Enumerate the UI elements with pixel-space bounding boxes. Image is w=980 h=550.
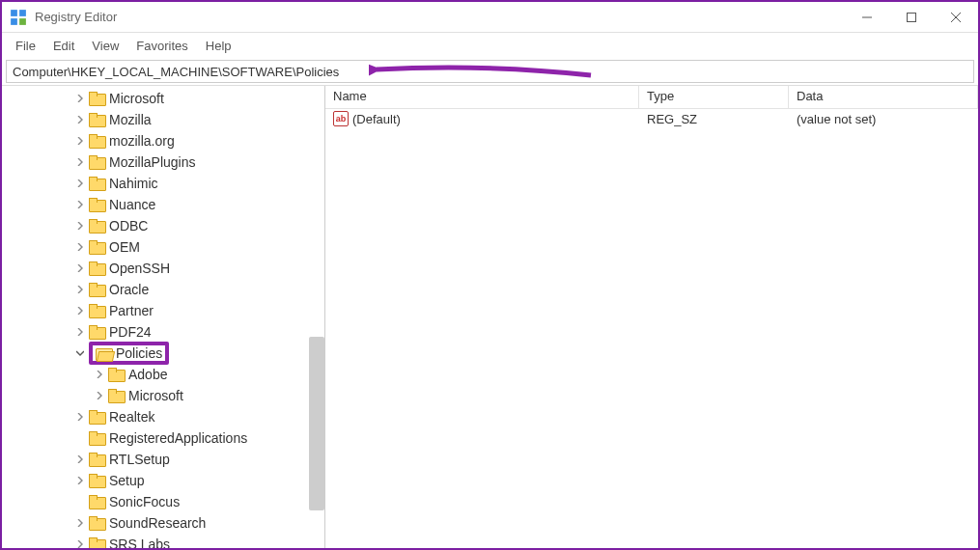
chevron-right-icon[interactable]: [73, 537, 87, 548]
tree-item[interactable]: PDF24: [6, 321, 324, 343]
chevron-right-icon[interactable]: [73, 325, 87, 339]
close-button[interactable]: [934, 2, 978, 33]
folder-icon: [89, 113, 104, 126]
tree-item-label: PDF24: [109, 324, 152, 340]
chevron-right-icon[interactable]: [73, 198, 87, 211]
tree-item-label: OpenSSH: [109, 261, 170, 276]
menu-file[interactable]: File: [8, 36, 43, 56]
tree-item[interactable]: Setup: [6, 470, 324, 491]
tree-item[interactable]: SRS Labs: [6, 534, 324, 548]
chevron-right-icon[interactable]: [73, 410, 87, 424]
folder-icon: [108, 389, 124, 402]
chevron-right-icon[interactable]: [93, 368, 106, 381]
tree-item-label: Policies: [116, 345, 162, 361]
scrollbar-thumb[interactable]: [309, 337, 324, 510]
folder-icon: [89, 283, 104, 296]
chevron-right-icon[interactable]: [73, 474, 87, 487]
minimize-button[interactable]: [845, 2, 889, 33]
titlebar: Registry Editor: [2, 2, 978, 33]
tree-item-label: Microsoft: [128, 388, 183, 403]
menu-favorites[interactable]: Favorites: [128, 36, 195, 56]
menu-edit[interactable]: Edit: [45, 36, 82, 56]
folder-icon: [89, 410, 104, 424]
column-headers: Name Type Data: [325, 86, 978, 109]
tree-item-label: Oracle: [109, 282, 149, 297]
tree-item-label: Partner: [109, 303, 154, 318]
svg-rect-3: [19, 18, 26, 25]
content-area: MicrosoftMozillamozilla.orgMozillaPlugin…: [2, 85, 978, 548]
chevron-right-icon[interactable]: [73, 453, 87, 466]
tree-item-label: OEM: [109, 239, 140, 255]
address-path: Computer\HKEY_LOCAL_MACHINE\SOFTWARE\Pol…: [13, 65, 339, 79]
maximize-button[interactable]: [889, 2, 934, 33]
svg-rect-0: [11, 10, 17, 16]
chevron-right-icon[interactable]: [73, 261, 87, 275]
annotation-highlight: Policies: [89, 342, 169, 365]
tree-item-label: RegisteredApplications: [109, 430, 247, 446]
folder-icon: [89, 198, 104, 211]
expander-empty: [73, 431, 87, 445]
folder-icon: [108, 368, 124, 381]
folder-icon: [89, 431, 104, 445]
menubar: File Edit View Favorites Help: [2, 33, 978, 58]
chevron-right-icon[interactable]: [73, 134, 87, 148]
tree-item[interactable]: SoundResearch: [6, 512, 324, 534]
chevron-right-icon[interactable]: [73, 283, 87, 296]
tree-item[interactable]: MozillaPlugins: [6, 151, 324, 173]
tree-item-label: SonicFocus: [109, 494, 180, 509]
column-header-type[interactable]: Type: [639, 86, 789, 108]
tree-item[interactable]: Nahimic: [6, 173, 324, 194]
tree-item[interactable]: OpenSSH: [6, 258, 324, 279]
tree-item[interactable]: Partner: [6, 300, 324, 321]
chevron-right-icon[interactable]: [93, 389, 106, 402]
tree-item[interactable]: RTLSetup: [6, 449, 324, 470]
window-title: Registry Editor: [35, 10, 845, 24]
tree-item[interactable]: Nuance: [6, 194, 324, 215]
tree-item[interactable]: Adobe: [6, 364, 324, 385]
chevron-right-icon[interactable]: [73, 516, 87, 530]
tree-item[interactable]: Realtek: [6, 406, 324, 427]
tree-item[interactable]: OEM: [6, 236, 324, 258]
tree-pane[interactable]: MicrosoftMozillamozilla.orgMozillaPlugin…: [2, 86, 325, 548]
column-header-data[interactable]: Data: [789, 86, 978, 108]
tree-item[interactable]: ODBC: [6, 215, 324, 236]
svg-rect-5: [908, 13, 916, 21]
chevron-right-icon[interactable]: [73, 240, 87, 254]
tree-item-label: Microsoft: [109, 91, 164, 106]
regedit-icon: [10, 9, 27, 26]
column-header-name[interactable]: Name: [325, 86, 639, 108]
chevron-right-icon[interactable]: [73, 155, 87, 169]
folder-icon: [89, 240, 104, 254]
folder-icon: [96, 346, 111, 360]
tree-item-label: Realtek: [109, 409, 154, 425]
address-bar[interactable]: Computer\HKEY_LOCAL_MACHINE\SOFTWARE\Pol…: [6, 60, 974, 83]
chevron-right-icon[interactable]: [73, 113, 87, 126]
tree-item[interactable]: Mozilla: [6, 109, 324, 130]
value-name: (Default): [352, 112, 401, 126]
folder-icon: [89, 537, 104, 548]
value-row[interactable]: ab(Default)REG_SZ(value not set): [325, 109, 978, 128]
chevron-right-icon[interactable]: [73, 304, 87, 317]
tree-item[interactable]: Microsoft: [6, 385, 324, 406]
values-pane[interactable]: Name Type Data ab(Default)REG_SZ(value n…: [325, 86, 978, 548]
tree-item[interactable]: Policies: [6, 343, 324, 364]
chevron-right-icon[interactable]: [73, 219, 87, 233]
tree-item[interactable]: SonicFocus: [6, 491, 324, 512]
value-data: (value not set): [789, 109, 978, 129]
chevron-right-icon[interactable]: [73, 92, 87, 105]
tree-item-label: Nahimic: [109, 176, 158, 191]
chevron-down-icon[interactable]: [73, 346, 87, 360]
menu-help[interactable]: Help: [198, 36, 239, 56]
menu-view[interactable]: View: [84, 36, 126, 56]
tree-item[interactable]: RegisteredApplications: [6, 427, 324, 449]
folder-icon: [89, 92, 104, 105]
tree-item[interactable]: Microsoft: [6, 88, 324, 109]
tree-item[interactable]: Oracle: [6, 279, 324, 300]
tree-item[interactable]: mozilla.org: [6, 130, 324, 151]
tree-item-label: Setup: [109, 473, 145, 488]
registry-tree: MicrosoftMozillamozilla.orgMozillaPlugin…: [6, 86, 324, 548]
chevron-right-icon[interactable]: [73, 177, 87, 190]
window-controls: [845, 2, 978, 33]
svg-rect-2: [11, 18, 17, 25]
folder-icon: [89, 474, 104, 487]
